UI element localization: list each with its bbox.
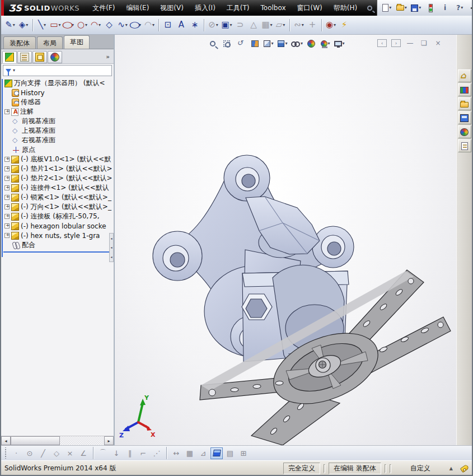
status-custom-label[interactable]: 自定义 xyxy=(395,464,446,473)
menu-item-3[interactable]: 插入(I) xyxy=(190,1,221,15)
expand-plus-icon[interactable] xyxy=(4,109,10,114)
menu-item-1[interactable]: 编辑(E) xyxy=(121,1,154,15)
snap-tangent-button[interactable]: ⌒ xyxy=(97,447,109,459)
new-document-button[interactable]: ▾ xyxy=(381,2,393,13)
snap-perpendicular-button[interactable]: ⌐ xyxy=(137,447,149,459)
view-settings-button[interactable]: ▾ xyxy=(334,38,345,50)
tree-item-14[interactable]: (-) hexagon lobular socke xyxy=(2,221,114,231)
ellipse-tool-button[interactable]: ○▾ xyxy=(129,18,143,32)
search-button[interactable] xyxy=(362,0,377,16)
rapid-sketch-tool-button[interactable]: ⚡ xyxy=(338,18,351,32)
doc-close-button[interactable]: × xyxy=(433,39,443,47)
expand-plus-icon[interactable] xyxy=(4,166,10,171)
menu-item-4[interactable]: 工具(T) xyxy=(222,1,255,15)
sketch-tool-button[interactable]: ✎▾ xyxy=(3,18,17,32)
four-viewport-button[interactable]: ⊞ xyxy=(237,447,250,459)
tree-filter-input[interactable]: ▾ xyxy=(3,65,112,76)
edit-appearance-button[interactable] xyxy=(306,38,317,50)
taskpane-custom-properties-button[interactable] xyxy=(458,139,471,152)
panel-tab-overflow-button[interactable]: » xyxy=(103,53,113,60)
spline-tool-button[interactable]: ∿▾ xyxy=(116,18,129,32)
tag-icon[interactable] xyxy=(460,464,470,473)
expand-plus-icon[interactable] xyxy=(4,233,10,238)
custom-menu-caret-icon[interactable]: ▲ xyxy=(449,466,453,471)
expand-plus-icon[interactable] xyxy=(4,157,10,162)
expand-plus-icon[interactable] xyxy=(4,176,10,181)
tab-featuremanager[interactable] xyxy=(2,51,17,63)
graphics-viewport[interactable]: ▾▾▾▾▾ ‹›—❏× xyxy=(115,35,456,445)
tab-propertymanager[interactable] xyxy=(17,51,32,63)
hide-show-items-button[interactable]: ▾ xyxy=(291,38,303,50)
snap-grid-points-button[interactable]: ⋰ xyxy=(151,447,163,459)
grid-settings-button[interactable]: ▦ xyxy=(184,447,196,459)
tree-item-3[interactable]: 前视基准面 xyxy=(2,116,114,126)
expand-plus-icon[interactable] xyxy=(4,204,10,209)
selection-box-tool-button[interactable]: ⊡ xyxy=(161,18,175,32)
minimize-window-button[interactable] xyxy=(468,3,473,12)
tree-item-2[interactable]: 注解 xyxy=(2,107,114,116)
expand-plus-icon[interactable] xyxy=(4,195,10,200)
zoom-to-fit-button[interactable] xyxy=(207,38,218,50)
assembly-model-3d[interactable]: Y Z X xyxy=(115,35,456,445)
scroll-thumb[interactable] xyxy=(11,436,60,445)
tab-layout[interactable]: 布局 xyxy=(37,36,63,49)
panel-splitter-handle[interactable]: ◂◂◂ xyxy=(109,233,114,262)
snap-midpoint-button[interactable]: ↓ xyxy=(110,447,123,459)
snap-line-button[interactable]: ╱ xyxy=(37,447,49,459)
expand-plus-icon[interactable] xyxy=(4,214,10,219)
taskpane-design-library-button[interactable] xyxy=(458,83,471,96)
taskpane-file-explorer-button[interactable] xyxy=(458,97,471,110)
tree-item-13[interactable]: (-) 连接板 (标准孔-50,75, xyxy=(2,212,114,221)
snap-center-button[interactable]: ⊙ xyxy=(24,447,36,459)
tree-item-15[interactable]: (-) hex nuts, style 1-gra xyxy=(2,231,114,240)
tab-configurationmanager[interactable] xyxy=(32,51,47,63)
tree-item-0[interactable]: History xyxy=(2,88,114,97)
quick-snaps-tool-button[interactable]: ◉▾ xyxy=(324,18,338,32)
circle-tool-button[interactable]: ○▾ xyxy=(76,18,89,32)
shaded-with-edges-view-button[interactable] xyxy=(210,447,223,459)
snap-length-button[interactable]: ↔ xyxy=(170,447,182,459)
help-button[interactable]: ?▾ xyxy=(453,2,466,13)
tree-item-5[interactable]: 右视基准面 xyxy=(2,136,114,145)
smart-dimension-tool-button[interactable]: ◈▾ xyxy=(17,18,30,32)
snap-parallel-button[interactable]: ∥ xyxy=(124,447,136,459)
text-tool-button[interactable]: A xyxy=(175,18,188,32)
info-button[interactable]: i xyxy=(439,2,451,13)
tab-displaymanager[interactable] xyxy=(48,51,62,63)
expand-plus-icon[interactable] xyxy=(4,223,10,228)
menu-item-0[interactable]: 文件(F) xyxy=(87,1,120,15)
tree-item-9[interactable]: (-) 垫片2<1> (默认<<默认> xyxy=(2,174,114,183)
tree-horizontal-scrollbar[interactable]: ◂ ▸ xyxy=(1,436,114,445)
pane-toggle-right-button[interactable]: › xyxy=(391,39,401,47)
menu-item-2[interactable]: 视图(V) xyxy=(155,1,189,15)
taskpane-home-button[interactable] xyxy=(458,69,471,82)
pane-toggle-left-button[interactable]: ‹ xyxy=(377,39,387,47)
rollback-bar[interactable] xyxy=(3,251,110,253)
save-button[interactable]: ▾ xyxy=(410,2,422,13)
scroll-right-arrow[interactable]: ▸ xyxy=(104,436,114,445)
convert-entities-tool-button[interactable]: ▣▾ xyxy=(220,18,233,32)
tree-item-8[interactable]: (-) 垫片1<1> (默认<<默认> xyxy=(2,164,114,174)
scroll-track[interactable] xyxy=(11,436,104,445)
tree-item-7[interactable]: (-) 底板V1.0<1> (默认<<默 xyxy=(2,155,114,164)
doc-minimize-button[interactable]: — xyxy=(405,39,415,47)
line-tool-button[interactable]: ╲▾ xyxy=(35,18,49,32)
section-view-button[interactable] xyxy=(249,38,260,50)
tab-sketch[interactable]: 草图 xyxy=(64,35,90,49)
tree-item-4[interactable]: 上视基准面 xyxy=(2,126,114,136)
tree-item-16[interactable]: 配合 xyxy=(2,240,114,250)
menu-item-5[interactable]: Toolbox xyxy=(256,2,291,14)
scroll-left-arrow[interactable]: ◂ xyxy=(1,436,11,445)
snap-point-button[interactable]: · xyxy=(10,447,22,459)
snap-intersection-button[interactable]: × xyxy=(64,447,76,459)
snap-angle-settings-button[interactable]: ⊿ xyxy=(197,447,209,459)
tree-root[interactable]: 万向支撑（显示器用） (默认< xyxy=(2,78,114,88)
tree-item-1[interactable]: 传感器 xyxy=(2,97,114,107)
display-style-button[interactable]: ▾ xyxy=(277,38,288,50)
tree-item-10[interactable]: (-) 连接件<1> (默认<<默认 xyxy=(2,183,114,193)
single-viewport-button[interactable]: ▤ xyxy=(224,447,236,459)
apply-scene-button[interactable]: ▾ xyxy=(320,38,331,50)
menu-item-6[interactable]: 窗口(W) xyxy=(292,1,327,15)
taskpane-view-palette-button[interactable] xyxy=(458,111,471,124)
tree-item-12[interactable]: (-) 万向<1> (默认<<默认>_ xyxy=(2,202,114,212)
